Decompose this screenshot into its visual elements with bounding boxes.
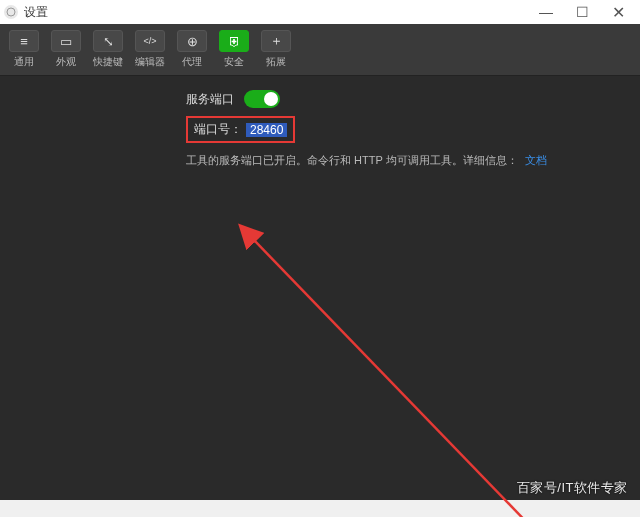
- tab-extensions[interactable]: ＋ 拓展: [260, 30, 292, 69]
- tab-editor[interactable]: </> 编辑器: [134, 30, 166, 69]
- service-port-row: 服务端口: [0, 90, 640, 108]
- port-label: 端口号：: [194, 121, 242, 138]
- minimize-button[interactable]: —: [528, 1, 564, 23]
- titlebar: 设置 — ☐ ✕: [0, 0, 640, 24]
- settings-window: 设置 — ☐ ✕ ≡ 通用 ▭ 外观 ⤡ 快捷键 </> 编辑器 ⊕ 代理 ⛨ …: [0, 0, 640, 500]
- annotation-arrow: [180, 216, 580, 517]
- globe-icon: ⊕: [177, 30, 207, 52]
- close-button[interactable]: ✕: [600, 1, 636, 23]
- menu-icon: ≡: [9, 30, 39, 52]
- service-port-toggle[interactable]: [244, 90, 280, 108]
- shield-icon: ⛨: [219, 30, 249, 52]
- port-highlight-box: 端口号： 28460: [0, 116, 640, 143]
- tab-general[interactable]: ≡ 通用: [8, 30, 40, 69]
- code-icon: </>: [135, 30, 165, 52]
- tab-security[interactable]: ⛨ 安全: [218, 30, 250, 69]
- svg-line-1: [252, 238, 540, 517]
- watermark-text: 百家号/IT软件专家: [517, 479, 628, 497]
- service-port-label: 服务端口: [186, 91, 234, 108]
- tab-appearance[interactable]: ▭ 外观: [50, 30, 82, 69]
- content-area: 服务端口 端口号： 28460 工具的服务端口已开启。命令行和 HTTP 均可调…: [0, 76, 640, 500]
- doc-link[interactable]: 文档: [525, 154, 547, 166]
- toolbar: ≡ 通用 ▭ 外观 ⤡ 快捷键 </> 编辑器 ⊕ 代理 ⛨ 安全 ＋ 拓展: [0, 24, 640, 76]
- tab-shortcuts[interactable]: ⤡ 快捷键: [92, 30, 124, 69]
- tab-proxy[interactable]: ⊕ 代理: [176, 30, 208, 69]
- maximize-button[interactable]: ☐: [564, 1, 600, 23]
- layout-icon: ▭: [51, 30, 81, 52]
- app-icon: [4, 5, 18, 19]
- plus-icon: ＋: [261, 30, 291, 52]
- port-value[interactable]: 28460: [246, 123, 287, 137]
- port-description: 工具的服务端口已开启。命令行和 HTTP 均可调用工具。详细信息： 文档: [0, 153, 640, 168]
- window-title: 设置: [24, 4, 48, 21]
- expand-icon: ⤡: [93, 30, 123, 52]
- svg-point-0: [7, 8, 15, 16]
